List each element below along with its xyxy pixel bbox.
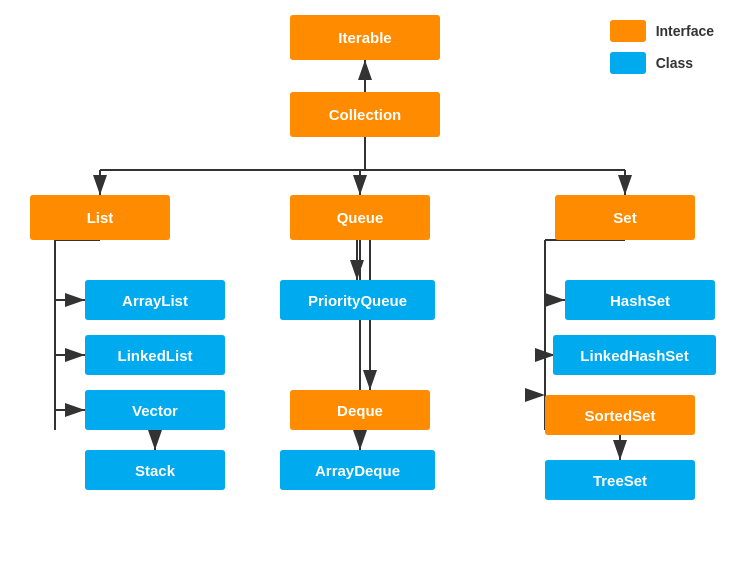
iterable-node: Iterable — [290, 15, 440, 60]
linkedhashset-node: LinkedHashSet — [553, 335, 716, 375]
sortedset-node: SortedSet — [545, 395, 695, 435]
legend-interface: Interface — [610, 20, 714, 42]
legend-interface-label: Interface — [656, 23, 714, 39]
vector-node: Vector — [85, 390, 225, 430]
queue-node: Queue — [290, 195, 430, 240]
hashset-node: HashSet — [565, 280, 715, 320]
deque-node: Deque — [290, 390, 430, 430]
stack-node: Stack — [85, 450, 225, 490]
legend-class: Class — [610, 52, 714, 74]
diagram: Interface Class — [0, 0, 734, 562]
legend-class-label: Class — [656, 55, 693, 71]
linkedlist-node: LinkedList — [85, 335, 225, 375]
treeset-node: TreeSet — [545, 460, 695, 500]
priorityqueue-node: PriorityQueue — [280, 280, 435, 320]
legend-class-box — [610, 52, 646, 74]
legend: Interface Class — [610, 20, 714, 74]
arraydeque-node: ArrayDeque — [280, 450, 435, 490]
arraylist-node: ArrayList — [85, 280, 225, 320]
legend-interface-box — [610, 20, 646, 42]
set-node: Set — [555, 195, 695, 240]
collection-node: Collection — [290, 92, 440, 137]
list-node: List — [30, 195, 170, 240]
